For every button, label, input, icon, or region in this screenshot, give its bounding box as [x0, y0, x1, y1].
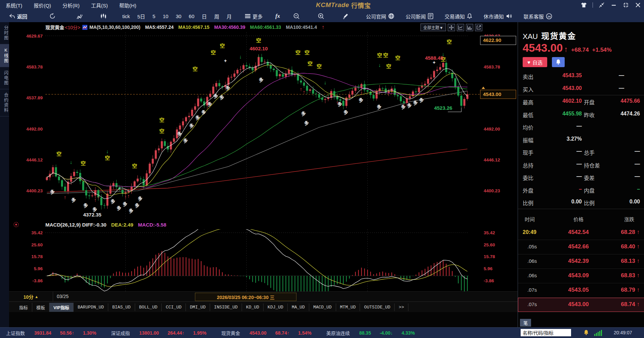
indicator-tab-bias-ud[interactable]: BIAS_UD [108, 303, 135, 311]
sidebar-tab-0[interactable]: 分时图 [0, 22, 9, 44]
menu-4[interactable]: 帮助(H) [114, 2, 142, 9]
layout-chart-icon[interactable] [457, 24, 464, 31]
indicator-tab-outside-ud[interactable]: OUTSIDE_UD [360, 303, 395, 311]
sidebar-tab-2[interactable]: 闪电图 [0, 67, 9, 89]
layout-bars-icon[interactable] [466, 24, 473, 31]
tool-bar: 返回tick5日5103060日周月更多fx公司官网公司新闻交易通知休市通知联系… [0, 10, 644, 22]
notification-bell-icon[interactable] [583, 329, 589, 337]
indicator-tab-ma-ud[interactable]: MA_UD [288, 303, 309, 311]
zoom-in-button[interactable] [314, 13, 331, 19]
line-chart-button[interactable] [72, 13, 90, 19]
link-1[interactable]: 公司新闻 [401, 13, 438, 20]
zoom-out-button[interactable] [289, 13, 306, 19]
tick-row-5[interactable]: .07s4543.0068.74 ↑ [518, 298, 644, 312]
macd-chart[interactable]: 35.4235.4225.6025.6015.7815.785.965.96-3… [9, 229, 518, 291]
indicator-tab-dmi-ud[interactable]: DMI_UD [186, 303, 210, 311]
indicator-tab-barupdn-ud[interactable]: BARUPDN_UD [74, 303, 108, 311]
indicator-tab-boll-ud[interactable]: BOLL_UD [135, 303, 162, 311]
bottom-filler [9, 312, 518, 327]
quote-row-8-value: — [576, 174, 582, 180]
indicator-tab-inside-ud[interactable]: INSIDE_UD [210, 303, 242, 311]
tick-time: .06s [527, 258, 537, 264]
move-icon[interactable] [448, 24, 455, 31]
tick-time: 20:49 [523, 229, 536, 235]
back-button[interactable]: 返回 [5, 13, 32, 20]
indicator-tab--[interactable]: 指标 [15, 303, 32, 312]
refresh-button[interactable] [45, 13, 62, 19]
period-selector[interactable]: 10分 ▲ [9, 292, 53, 302]
menu-3[interactable]: 工具(S) [85, 2, 114, 9]
tick-row-2[interactable]: .06s4542.3968.13 ↑ [518, 254, 644, 269]
indicator-tab-kd-ud[interactable]: KD_UD [242, 303, 264, 311]
index-0[interactable]: 上证指数3931.8450.56↑1.30% [6, 330, 105, 336]
timeframe-日[interactable]: 日 [198, 13, 210, 20]
candlestick-chart[interactable]: 空空空空空空空空空空空空空空空空空空空空多多多多多多多多多多多多多多多多多多多多… [9, 32, 518, 220]
window-controls [580, 0, 641, 10]
draw-button[interactable] [338, 13, 355, 19]
svg-text:4400.23: 4400.23 [26, 188, 43, 193]
svg-text:25.60: 25.60 [484, 242, 495, 247]
minimize-icon[interactable] [610, 2, 617, 8]
link-0[interactable]: 公司官网 [362, 13, 399, 20]
more-button[interactable]: 更多 [241, 13, 267, 20]
add-favorite-button[interactable]: ♥ 自选 [523, 57, 547, 67]
symbol-search-input[interactable] [521, 329, 571, 336]
indicator-tab--[interactable]: >> [395, 303, 408, 311]
timeframe-周[interactable]: 周 [210, 13, 223, 20]
indicator-tab-cci-ud[interactable]: CCI_UD [162, 303, 186, 311]
timeframe-5[interactable]: 5 [149, 13, 159, 19]
restore-icon[interactable] [622, 2, 629, 8]
svg-text:多: 多 [304, 120, 310, 127]
skin-icon[interactable] [580, 2, 587, 8]
link-3[interactable]: 休市通知 [479, 13, 517, 20]
index-3[interactable]: 美原油连续88.35-4.00↓4.33% [326, 330, 424, 336]
svg-text:多: 多 [49, 189, 55, 195]
svg-text:4523.26: 4523.26 [434, 105, 452, 111]
sidebar-tab-1[interactable]: K线图 [0, 44, 9, 67]
svg-text:空: 空 [56, 151, 62, 157]
svg-text:15.78: 15.78 [484, 254, 495, 259]
collapse-icon[interactable] [598, 2, 605, 8]
indicator-tab-macd-ud[interactable]: MACD_UD [309, 303, 336, 311]
svg-text:多: 多 [83, 202, 89, 209]
svg-text:空: 空 [386, 63, 391, 69]
menu-2[interactable]: 分析(R) [57, 2, 85, 9]
svg-text:多: 多 [258, 77, 264, 83]
alert-bell-button[interactable] [552, 57, 565, 67]
fx-button[interactable]: fx [271, 13, 284, 19]
quote-row-3-value2: 4474.26 [620, 111, 640, 117]
tick-row-4[interactable]: .07s4543.0568.79 ↑ [518, 283, 644, 298]
tick-price: 4542.54 [558, 229, 599, 236]
tick-row-0[interactable]: 20:494542.5468.28 ↑ [518, 226, 644, 240]
indicator-tab-mtm-ud[interactable]: MTM_UD [336, 303, 360, 311]
index-1[interactable]: 深证成指13801.00264.44↑1.95% [111, 330, 215, 336]
indicator-tab-kdj-ud[interactable]: KDJ_UD [264, 303, 288, 311]
tick-row-3[interactable]: .06s4543.0968.83 ↑ [518, 269, 644, 283]
index-2[interactable]: 现货黄金4543.0068.74↑1.54% [221, 330, 320, 336]
link-4[interactable]: 联系客服24 [519, 13, 557, 20]
timeframe-tick[interactable]: tick [119, 13, 134, 19]
index-name: 现货黄金 [221, 330, 240, 336]
timeframe-10[interactable]: 10 [159, 13, 172, 19]
svg-text:多: 多 [116, 205, 122, 211]
sidebar-tab-3[interactable]: 合约资料 [0, 89, 9, 116]
timeframe-5-label: 5 [153, 13, 155, 19]
indicator-tab--[interactable]: 模板 [32, 303, 49, 312]
menu-1[interactable]: 报价(Q) [28, 2, 57, 9]
bi-tab[interactable]: 笔 [520, 319, 531, 327]
timeframe-5日[interactable]: 5日 [134, 13, 149, 20]
tick-row-1[interactable]: .05s4542.6668.40 ↑ [518, 240, 644, 254]
indicator-tab-vip-[interactable]: VIP指标 [49, 303, 74, 312]
timeframe-30[interactable]: 30 [172, 13, 185, 19]
menu-0[interactable]: 系统(T) [0, 2, 28, 9]
close-icon[interactable] [635, 2, 641, 8]
svg-text:↑: ↑ [300, 86, 303, 92]
candle-chart-button[interactable] [96, 13, 113, 19]
indicator-settings-icon[interactable] [13, 222, 19, 229]
popout-icon[interactable] [475, 24, 482, 31]
timeframe-月[interactable]: 月 [223, 13, 235, 20]
link-2[interactable]: 交易通知 [440, 13, 477, 20]
quote-row-4-value: — [576, 123, 582, 129]
timeframe-60[interactable]: 60 [185, 13, 198, 19]
theme-dropdown[interactable]: 全部主题▼ [420, 23, 446, 31]
